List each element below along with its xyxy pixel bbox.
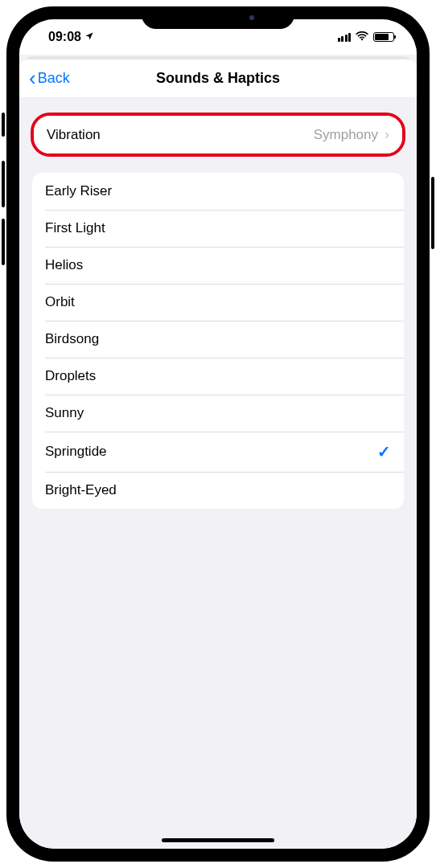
screen: 09:08 ‹ Back xyxy=(19,19,417,849)
back-label: Back xyxy=(38,70,70,87)
sound-option-label: Orbit xyxy=(45,294,391,310)
vibration-value: Symphony xyxy=(314,127,378,143)
sound-option[interactable]: First Light xyxy=(32,210,404,247)
volume-down-button[interactable] xyxy=(2,219,5,265)
sound-option[interactable]: Springtide ✓ xyxy=(32,432,404,472)
sound-option-label: First Light xyxy=(45,220,391,236)
checkmark-icon: ✓ xyxy=(377,442,391,461)
sound-option-label: Birdsong xyxy=(45,331,391,347)
back-button[interactable]: ‹ Back xyxy=(19,69,70,88)
sound-option[interactable]: Orbit xyxy=(32,284,404,321)
sound-option-label: Bright-Eyed xyxy=(45,482,391,498)
sound-option[interactable]: Early Riser xyxy=(32,173,404,210)
page-title: Sounds & Haptics xyxy=(19,70,417,87)
volume-up-button[interactable] xyxy=(2,161,5,207)
sound-option-label: Springtide xyxy=(45,444,377,460)
nav-bar: ‹ Back Sounds & Haptics xyxy=(19,59,417,98)
content: Vibration Symphony › Early Riser First L… xyxy=(19,98,417,849)
wifi-icon xyxy=(356,31,368,43)
battery-icon xyxy=(373,32,394,42)
sound-option[interactable]: Bright-Eyed xyxy=(32,472,404,509)
chevron-left-icon: ‹ xyxy=(29,68,36,88)
sound-option[interactable]: Birdsong xyxy=(32,321,404,358)
chevron-right-icon: › xyxy=(385,126,389,143)
vibration-label: Vibration xyxy=(47,127,314,143)
sound-option[interactable]: Droplets xyxy=(32,358,404,395)
front-camera xyxy=(249,15,254,20)
home-indicator[interactable] xyxy=(162,838,274,842)
tutorial-highlight: Vibration Symphony › xyxy=(31,113,405,157)
mute-switch[interactable] xyxy=(2,113,5,137)
status-time: 09:08 xyxy=(48,30,81,44)
sound-option[interactable]: Helios xyxy=(32,247,404,284)
device-frame: 09:08 ‹ Back xyxy=(6,6,430,862)
sound-option[interactable]: Sunny xyxy=(32,395,404,432)
sound-option-label: Helios xyxy=(45,257,391,273)
power-button[interactable] xyxy=(431,177,434,249)
sound-option-label: Sunny xyxy=(45,405,391,421)
sound-option-label: Early Riser xyxy=(45,183,391,199)
notch xyxy=(142,6,294,29)
vibration-row[interactable]: Vibration Symphony › xyxy=(34,116,402,154)
sound-option-label: Droplets xyxy=(45,368,391,384)
sound-list: Early Riser First Light Helios Orbit Bir… xyxy=(32,173,404,509)
location-icon xyxy=(84,31,94,43)
cellular-signal-icon xyxy=(338,33,352,42)
